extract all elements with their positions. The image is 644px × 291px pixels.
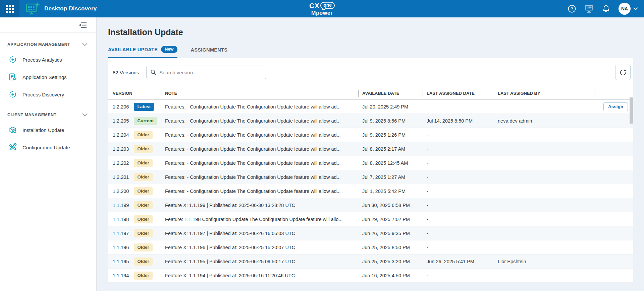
version-number: 1.2.201 [113, 174, 129, 180]
table-row[interactable]: 1.2.203OlderFeatures: - Configuration Up… [108, 142, 633, 156]
chevron-down-icon [82, 113, 88, 117]
sidebar-item-installation-update[interactable]: Installation Update [0, 121, 96, 139]
sidebar: APPLICATION MANAGEMENT Process Analytics [0, 17, 97, 291]
version-number: 1.2.202 [113, 160, 129, 166]
table-row[interactable]: 1.2.204OlderFeatures: - Configuration Up… [108, 128, 633, 142]
table-row[interactable]: 1.1.195OlderFeature X: 1.1.195 | Publish… [108, 254, 633, 269]
vertical-scrollbar-thumb[interactable] [630, 97, 633, 124]
sidebar-item-label: Installation Update [22, 127, 64, 133]
table-row[interactable]: 1.1.199OlderFeature X: 1.1.199 | Publish… [108, 198, 633, 212]
screen-share-icon[interactable] [584, 4, 594, 13]
table-row[interactable]: 1.2.201OlderFeatures: - Configuration Up… [108, 170, 633, 184]
search-icon [151, 69, 156, 75]
note-cell: Features: - Configuration Update The Con… [161, 142, 358, 156]
refresh-icon [619, 69, 627, 76]
last-assigned-date-cell: - [423, 184, 494, 198]
sidebar-section-client-management[interactable]: CLIENT MANAGEMENT [0, 113, 96, 117]
installation-update-icon [8, 126, 17, 134]
help-icon[interactable]: ? [568, 4, 576, 13]
sidebar-item-process-analytics[interactable]: Process Analytics [0, 51, 96, 68]
version-number: 1.2.203 [113, 146, 129, 152]
available-date-cell: Jul 9, 2025 8:56 PM [358, 114, 423, 128]
available-date-cell: Jun 26, 2025 9:35 PM [358, 226, 423, 240]
last-assigned-date-cell: - [423, 212, 494, 226]
versions-table: VERSION NOTE AVAILABLE DATE LAST ASSIGNE… [108, 87, 633, 283]
last-assigned-by-cell [494, 156, 595, 170]
version-number: 1.2.200 [113, 189, 129, 194]
column-header-actions [595, 87, 633, 100]
table-row[interactable]: 1.2.205CurrentFeatures: - Configuration … [108, 114, 633, 128]
waffle-grid-icon [6, 5, 14, 13]
configuration-update-icon [8, 143, 17, 152]
table-row[interactable]: 1.2.206LatestFeatures: - Configuration U… [108, 100, 633, 114]
collapse-sidebar-icon[interactable] [78, 21, 87, 29]
table-row[interactable]: 1.1.197OlderFeature X: 1.1.197 | Publish… [108, 226, 633, 240]
last-assigned-date-cell: - [423, 156, 494, 170]
sidebar-item-process-discovery[interactable]: Process Discovery [0, 86, 96, 103]
actions-cell [595, 184, 633, 198]
note-cell: Feature X: 1.1.194 | Published at: 2025-… [161, 269, 358, 283]
app-launcher-button[interactable] [0, 0, 19, 17]
last-assigned-date-cell: - [423, 128, 494, 142]
table-row[interactable]: 1.2.202OlderFeatures: - Configuration Up… [108, 156, 633, 170]
column-header-available-date: AVAILABLE DATE [358, 87, 423, 100]
sidebar-item-application-settings[interactable]: Application Settings [0, 68, 96, 86]
table-row[interactable]: 1.1.198OlderFeature: 1.1.198 Configurati… [108, 212, 633, 226]
version-status-badge: Older [134, 131, 152, 139]
tab-available-update[interactable]: AVAILABLE UPDATE New [108, 46, 177, 58]
available-date-cell: Jul 8, 2025 12:45 AM [358, 156, 423, 170]
version-number: 1.2.204 [113, 132, 129, 138]
table-row[interactable]: 1.2.200OlderFeatures: - Configuration Up… [108, 184, 633, 198]
version-status-badge: Older [134, 229, 152, 237]
available-date-cell: Jul 1, 2025 5:42 PM [358, 184, 423, 198]
available-date-cell: Jul 8, 2025 2:17 AM [358, 142, 423, 156]
actions-cell [595, 212, 633, 226]
actions-cell: Assign [595, 100, 633, 114]
note-cell: Feature X: 1.1.197 | Published at: 2025-… [161, 226, 358, 240]
refresh-button[interactable] [615, 65, 631, 80]
last-assigned-date-cell: - [423, 100, 494, 114]
search-box[interactable] [146, 66, 266, 79]
search-input[interactable] [159, 70, 262, 75]
version-status-badge: Current [134, 117, 157, 125]
tab-assignments[interactable]: ASSIGNMENTS [191, 46, 228, 58]
version-status-badge: Older [134, 187, 152, 195]
last-assigned-by-cell [494, 212, 595, 226]
logo-one-bubble: one [320, 2, 335, 9]
last-assigned-by-cell: Lior Epshtein [494, 254, 595, 269]
note-cell: Feature X: 1.1.196 | Published at: 2025-… [161, 240, 358, 254]
version-status-badge: Older [134, 201, 152, 209]
version-status-badge: Older [134, 243, 152, 251]
available-date-cell: Jun 25, 2025 3:20 PM [358, 254, 423, 269]
version-number: 1.1.198 [113, 217, 129, 222]
section-label: CLIENT MANAGEMENT [7, 113, 56, 117]
user-menu[interactable]: NA [619, 3, 638, 15]
last-assigned-date-cell: - [423, 142, 494, 156]
app-brand: Desktop Discovery [25, 2, 97, 16]
notifications-bell-icon[interactable] [602, 4, 610, 13]
actions-cell [595, 269, 633, 283]
table-row[interactable]: 1.1.196OlderFeature X: 1.1.196 | Publish… [108, 240, 633, 254]
chevron-down-icon [82, 43, 88, 46]
new-badge: New [161, 46, 177, 53]
logo-cx-text: CX [309, 2, 319, 9]
actions-cell [595, 198, 633, 212]
last-assigned-by-cell [494, 269, 595, 283]
version-status-badge: Latest [134, 103, 154, 111]
actions-cell [595, 156, 633, 170]
assign-button[interactable]: Assign [603, 102, 628, 111]
last-assigned-by-cell [494, 240, 595, 254]
sidebar-section-application-management[interactable]: APPLICATION MANAGEMENT [0, 42, 96, 47]
table-row[interactable]: 1.1.194OlderFeature X: 1.1.194 | Publish… [108, 269, 633, 283]
process-discovery-icon [8, 90, 17, 99]
version-status-badge: Older [134, 173, 152, 181]
tab-label: AVAILABLE UPDATE [108, 47, 158, 52]
version-cell: 1.2.204Older [108, 128, 161, 142]
last-assigned-by-cell [494, 128, 595, 142]
sidebar-item-configuration-update[interactable]: Configuration Update [0, 139, 96, 156]
version-status-badge: Older [134, 258, 152, 266]
avatar[interactable]: NA [619, 3, 631, 15]
last-assigned-by-cell [494, 142, 595, 156]
column-header-version: VERSION [108, 87, 161, 100]
column-header-note: NOTE [161, 87, 358, 100]
